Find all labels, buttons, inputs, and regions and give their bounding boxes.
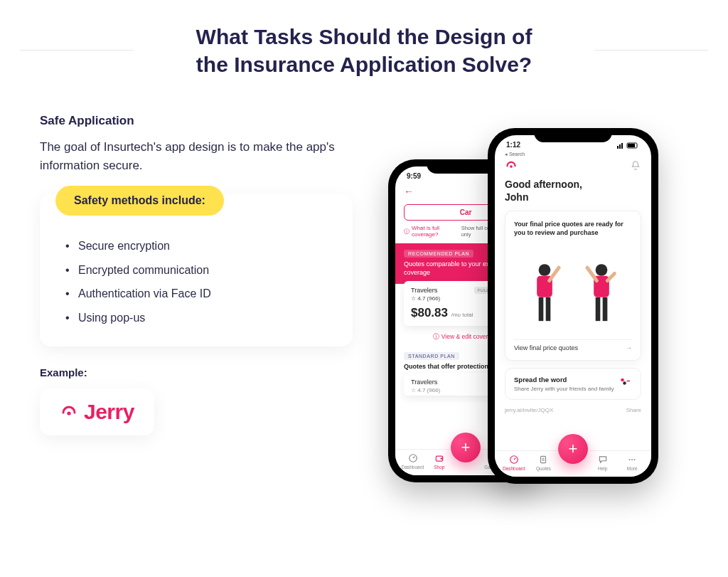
spread-sub: Share Jerry with your friends and family [514, 386, 614, 392]
high-five-illustration [514, 247, 632, 332]
wallet-icon [434, 453, 444, 463]
svg-point-32 [634, 459, 636, 460]
info-icon: ⓘ [404, 228, 410, 235]
methods-card: Safety methods include: Secure encryptio… [40, 194, 353, 346]
greeting: Good afternoon, John [495, 177, 651, 211]
final-quotes-card[interactable]: Your final price quotes are ready for yo… [505, 211, 641, 361]
svg-rect-16 [628, 144, 635, 147]
title-block: What Tasks Should the Design of the Insu… [0, 0, 728, 78]
note-link-text: What is full coverage? [412, 225, 461, 238]
document-icon [538, 455, 548, 465]
title-line-1: What Tasks Should the Design of [196, 25, 532, 48]
svg-rect-20 [539, 297, 544, 321]
nav-label: Dashboard [402, 465, 424, 470]
status-time: 1:12 [506, 141, 520, 149]
rating-value: 4.7 [417, 387, 425, 393]
svg-rect-8 [441, 457, 443, 459]
list-item: Authentication via Face ID [78, 282, 353, 306]
status-icons [617, 141, 640, 149]
title-line-2: the Insurance Application Solve? [196, 53, 532, 76]
phone-front-screen: 1:12 ◂ Search Good afternoon, J [495, 135, 651, 477]
svg-rect-14 [621, 143, 623, 149]
carrier-name: Travelers [411, 379, 437, 386]
nav-label: Shop [434, 465, 444, 470]
svg-point-17 [510, 165, 513, 168]
nav-label: Help [598, 466, 607, 471]
nav-label: More [627, 466, 638, 471]
nav-help[interactable]: Help [588, 455, 618, 471]
full-coverage-link[interactable]: ⓘ What is full coverage? [404, 225, 461, 238]
front-header [495, 157, 651, 177]
svg-point-0 [67, 411, 70, 415]
svg-point-27 [623, 382, 626, 386]
search-crumb[interactable]: ◂ Search [495, 152, 651, 157]
phone-mockup-front: 1:12 ◂ Search Good afternoon, J [488, 128, 658, 484]
brand-logo-card: Jerry [40, 388, 154, 435]
brand-mark-icon [60, 401, 78, 423]
chat-icon [598, 455, 608, 465]
page-title: What Tasks Should the Design of the Insu… [196, 23, 532, 78]
fab-add-button[interactable]: + [558, 434, 588, 464]
star-icon: ☆ [411, 387, 416, 393]
section-heading: Safe Application [40, 114, 353, 128]
phone-notch [534, 128, 612, 142]
nav-label: Dashboard [503, 466, 525, 471]
list-item: Secure encryption [78, 234, 353, 258]
svg-rect-21 [546, 297, 551, 321]
svg-point-30 [629, 459, 631, 460]
divider-right [594, 50, 708, 51]
spread-title: Spread the word [514, 376, 614, 383]
invite-url: jerry.ai/invite/JQQX [505, 407, 553, 413]
nav-shop[interactable]: Shop [426, 453, 452, 470]
mockups: 9:59 ← Car ⓘ What is full coverage? Show… [381, 114, 688, 512]
list-item: Using pop-us [78, 306, 353, 330]
rating-value: 4.7 [417, 295, 425, 302]
nav-dashboard[interactable]: Dashboard [499, 455, 529, 471]
recommended-tag: RECOMMENDED PLAN [404, 250, 473, 258]
brand-mark-icon [505, 160, 518, 173]
invite-line: jerry.ai/invite/JQQX Share [505, 407, 641, 413]
left-column: Safe Application The goal of Insurtech's… [40, 114, 353, 512]
svg-point-31 [631, 459, 633, 460]
carrier-name: Travelers [411, 287, 437, 294]
svg-rect-25 [603, 297, 608, 321]
methods-pill-label: Safety methods include: [55, 186, 224, 216]
back-arrow-icon[interactable]: ← [404, 186, 414, 197]
share-label[interactable]: Share [626, 407, 641, 413]
card-link-text: View final price quotes [514, 344, 578, 351]
greeting-line1: Good afternoon, [505, 179, 582, 190]
section-description: The goal of Insurtech's app design is to… [40, 138, 353, 174]
gauge-icon [509, 455, 519, 465]
more-icon [627, 455, 637, 465]
list-item: Encrypted communication [78, 258, 353, 282]
gauge-icon [408, 453, 418, 463]
rating-count: (966) [427, 295, 441, 302]
view-quotes-link[interactable]: View final price quotes → [514, 339, 632, 351]
svg-rect-12 [617, 146, 619, 149]
info-icon: ⓘ [433, 333, 439, 340]
svg-rect-24 [596, 297, 601, 321]
status-time: 9:59 [407, 172, 421, 180]
search-crumb-label: Search [509, 152, 525, 157]
rating-count: (966) [427, 387, 441, 393]
price-period: /mo total [451, 312, 473, 318]
arrow-right-icon: → [626, 344, 632, 351]
nav-more[interactable]: More [617, 455, 647, 471]
svg-point-22 [596, 264, 608, 276]
share-icon [619, 376, 632, 391]
standard-tag: STANDARD PLAN [404, 352, 459, 360]
svg-rect-13 [619, 144, 621, 149]
card-lead-text: Your final price quotes are ready for yo… [514, 220, 632, 237]
example-label: Example: [40, 366, 353, 379]
nav-quotes[interactable]: Quotes [529, 455, 559, 471]
svg-point-26 [621, 379, 624, 382]
methods-list: Secure encryption Encrypted communicatio… [40, 234, 353, 329]
brand-name: Jerry [84, 400, 134, 424]
spread-word-card[interactable]: Spread the word Share Jerry with your fr… [505, 368, 641, 400]
nav-dashboard[interactable]: Dashboard [400, 453, 426, 470]
star-icon: ☆ [411, 295, 416, 302]
nav-label: Quotes [536, 466, 551, 471]
greeting-line2: John [505, 191, 528, 203]
bell-icon[interactable] [630, 160, 641, 173]
fab-add-button[interactable]: + [451, 433, 481, 462]
